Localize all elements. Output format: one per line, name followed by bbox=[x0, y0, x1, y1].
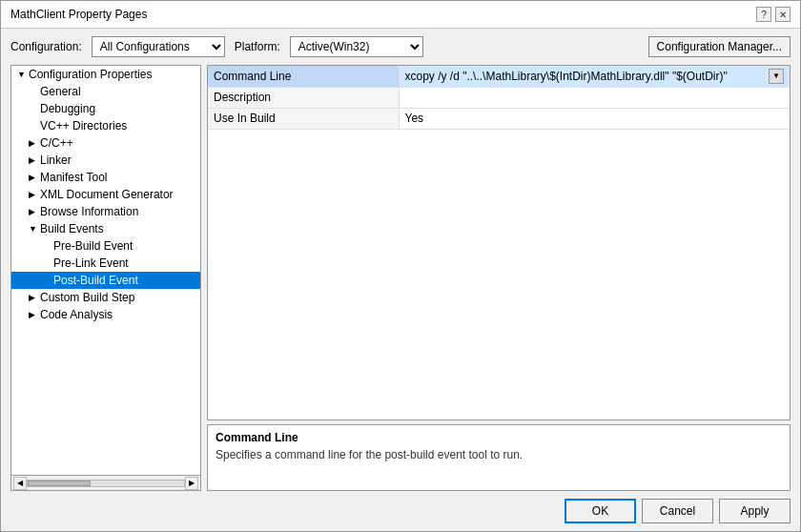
scroll-left-arrow[interactable]: ◀ bbox=[13, 477, 27, 490]
tree-item-vc-dirs[interactable]: VC++ Directories bbox=[11, 117, 200, 134]
tree-item-build-events[interactable]: ▼Build Events bbox=[11, 220, 200, 237]
tree-item-code-analysis[interactable]: ▶Code Analysis bbox=[11, 306, 200, 323]
cancel-button[interactable]: Cancel bbox=[642, 499, 713, 523]
table-row[interactable]: Description bbox=[208, 87, 790, 108]
property-value[interactable]: xcopy /y /d "..\..\MathLibrary\$(IntDir)… bbox=[399, 66, 790, 87]
property-value[interactable]: Yes bbox=[399, 108, 790, 129]
scroll-track[interactable] bbox=[27, 480, 185, 487]
platform-label: Platform: bbox=[235, 40, 280, 53]
tree-item-label: Manifest Tool bbox=[40, 171, 107, 184]
property-grid[interactable]: Command Linexcopy /y /d "..\..\MathLibra… bbox=[207, 65, 791, 420]
tree-item-cpp[interactable]: ▶C/C++ bbox=[11, 134, 200, 152]
configuration-manager-button[interactable]: Configuration Manager... bbox=[648, 36, 791, 57]
tree-expand-icon: ▶ bbox=[29, 190, 38, 199]
table-row[interactable]: Use In BuildYes bbox=[208, 108, 790, 129]
tree-item-label: Pre-Link Event bbox=[53, 256, 129, 270]
tree-item-label: XML Document Generator bbox=[40, 188, 174, 201]
horizontal-scrollbar[interactable]: ◀ ▶ bbox=[10, 476, 201, 491]
configuration-label: Configuration: bbox=[10, 40, 82, 53]
apply-button[interactable]: Apply bbox=[719, 499, 791, 523]
property-name: Description bbox=[208, 87, 399, 108]
tree-item-label: Post-Build Event bbox=[53, 274, 138, 287]
config-bar: Configuration: All Configurations Platfo… bbox=[1, 29, 800, 65]
tree-expand-icon: ▼ bbox=[17, 70, 27, 79]
tree-item-config-props[interactable]: ▼Configuration Properties bbox=[11, 66, 200, 83]
title-bar: MathClient Property Pages ? ✕ bbox=[1, 1, 800, 29]
info-description: Specifies a command line for the post-bu… bbox=[216, 448, 782, 461]
title-bar-buttons: ? ✕ bbox=[756, 7, 791, 22]
tree-item-label: General bbox=[40, 85, 81, 98]
tree-item-label: Browse Information bbox=[40, 205, 138, 218]
tree-item-label: Custom Build Step bbox=[40, 291, 134, 304]
platform-select[interactable]: Active(Win32) bbox=[290, 36, 423, 57]
tree-item-pre-link[interactable]: Pre-Link Event bbox=[11, 255, 200, 272]
property-value-text: xcopy /y /d "..\..\MathLibrary\$(IntDir)… bbox=[405, 70, 770, 83]
tree-expand-icon: ▶ bbox=[29, 173, 38, 182]
dialog-title: MathClient Property Pages bbox=[10, 8, 147, 21]
tree-item-xml-doc[interactable]: ▶XML Document Generator bbox=[11, 186, 200, 203]
tree-expand-icon: ▶ bbox=[29, 155, 38, 165]
tree-item-label: Linker bbox=[40, 153, 72, 167]
close-button[interactable]: ✕ bbox=[775, 7, 791, 22]
tree-item-general[interactable]: General bbox=[11, 83, 200, 100]
scroll-thumb[interactable] bbox=[28, 481, 91, 486]
tree-item-custom-build[interactable]: ▶Custom Build Step bbox=[11, 289, 200, 306]
tree-expand-icon: ▶ bbox=[29, 138, 38, 148]
left-panel: ▼Configuration Properties General Debugg… bbox=[10, 65, 201, 491]
scroll-right-arrow[interactable]: ▶ bbox=[185, 477, 198, 490]
tree-item-post-build[interactable]: Post-Build Event bbox=[11, 272, 200, 289]
help-button[interactable]: ? bbox=[756, 7, 771, 22]
tree-item-label: Configuration Properties bbox=[29, 68, 152, 81]
table-row[interactable]: Command Linexcopy /y /d "..\..\MathLibra… bbox=[208, 66, 790, 87]
tree-expand-icon: ▼ bbox=[29, 224, 38, 234]
property-name: Command Line bbox=[208, 66, 399, 87]
tree-expand-icon: ▶ bbox=[29, 207, 38, 216]
tree-item-browse[interactable]: ▶Browse Information bbox=[11, 203, 200, 220]
tree-item-label: Build Events bbox=[40, 222, 104, 235]
tree-item-label: C/C++ bbox=[40, 136, 73, 150]
tree-view[interactable]: ▼Configuration Properties General Debugg… bbox=[10, 65, 201, 476]
tree-item-debugging[interactable]: Debugging bbox=[11, 100, 200, 117]
tree-item-linker[interactable]: ▶Linker bbox=[11, 152, 200, 169]
tree-item-pre-build[interactable]: Pre-Build Event bbox=[11, 237, 200, 255]
configuration-select[interactable]: All Configurations bbox=[92, 36, 225, 57]
tree-expand-icon: ▶ bbox=[29, 310, 38, 319]
info-title: Command Line bbox=[216, 431, 782, 444]
tree-item-label: Pre-Build Event bbox=[53, 239, 133, 253]
property-value[interactable] bbox=[399, 87, 790, 108]
tree-item-label: Code Analysis bbox=[40, 308, 113, 321]
tree-item-label: Debugging bbox=[40, 102, 95, 115]
property-pages-dialog: MathClient Property Pages ? ✕ Configurat… bbox=[0, 0, 801, 532]
ok-button[interactable]: OK bbox=[565, 499, 636, 523]
tree-item-label: VC++ Directories bbox=[40, 119, 127, 133]
info-panel: Command Line Specifies a command line fo… bbox=[207, 424, 791, 491]
grid-table: Command Linexcopy /y /d "..\..\MathLibra… bbox=[208, 66, 790, 130]
property-dropdown-button[interactable]: ▼ bbox=[769, 69, 784, 84]
tree-expand-icon: ▶ bbox=[29, 293, 38, 302]
main-content: ▼Configuration Properties General Debugg… bbox=[1, 65, 800, 491]
bottom-bar: OK Cancel Apply bbox=[1, 491, 800, 531]
right-panel: Command Linexcopy /y /d "..\..\MathLibra… bbox=[207, 65, 791, 491]
tree-item-manifest[interactable]: ▶Manifest Tool bbox=[11, 169, 200, 186]
property-name: Use In Build bbox=[208, 108, 399, 129]
